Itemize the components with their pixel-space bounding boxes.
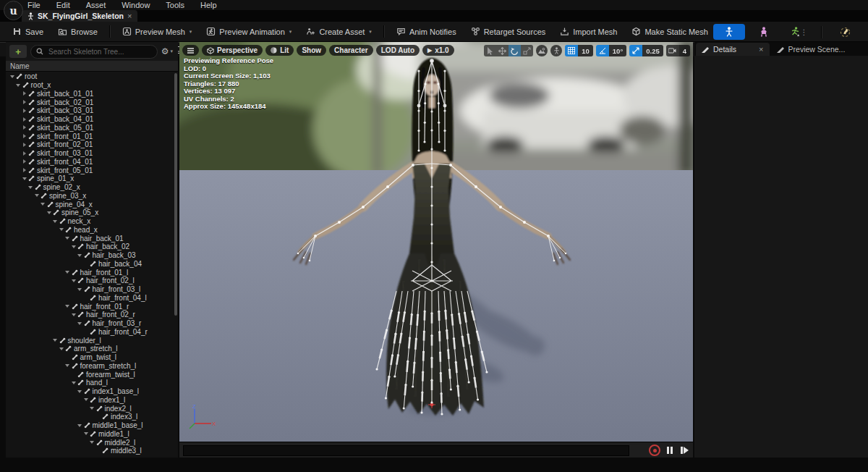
- preview-character-icon[interactable]: [550, 45, 562, 56]
- skeleton-tree-row[interactable]: skirt_front_02_01: [6, 140, 178, 149]
- skeleton-tree-row[interactable]: middle2_l: [6, 438, 178, 447]
- expander-arrow-icon[interactable]: [40, 203, 46, 206]
- angle-snap-control[interactable]: 10°: [596, 45, 626, 56]
- expander-arrow-icon[interactable]: [27, 186, 34, 189]
- expander-arrow-icon[interactable]: [21, 159, 27, 164]
- grid-snap-value[interactable]: 10: [578, 45, 593, 56]
- expander-arrow-icon[interactable]: [89, 407, 95, 410]
- step-forward-button[interactable]: [681, 447, 689, 454]
- create-asset-button[interactable]: Create Asset▾: [299, 24, 378, 40]
- mesh-editor-button[interactable]: [748, 24, 780, 40]
- anim-notifies-button[interactable]: Anim Notifies: [390, 24, 463, 40]
- expander-arrow-icon[interactable]: [21, 177, 27, 180]
- skeleton-tree-row[interactable]: hair_front_02_l: [6, 277, 178, 285]
- skeleton-tree-row[interactable]: index3_l: [6, 413, 178, 421]
- skeleton-tree-row[interactable]: skirt_back_05_01: [6, 124, 178, 132]
- expander-arrow-icon[interactable]: [21, 151, 27, 156]
- import-mesh-button[interactable]: Import Mesh: [553, 24, 624, 40]
- pause-button[interactable]: [667, 444, 674, 457]
- expander-arrow-icon[interactable]: [33, 194, 40, 197]
- expander-arrow-icon[interactable]: [9, 75, 15, 78]
- camera-focus-icon[interactable]: [536, 45, 548, 56]
- tab-close-icon[interactable]: ×: [127, 12, 132, 20]
- physics-editor-button[interactable]: [829, 24, 861, 40]
- skeleton-tree-row[interactable]: shoulder_l: [6, 336, 178, 345]
- name-column-header[interactable]: Name: [6, 61, 178, 72]
- preview-mesh-button[interactable]: Preview Mesh▾: [116, 24, 199, 40]
- skeleton-tree-row[interactable]: head_x: [6, 226, 178, 235]
- skeleton-tree-row[interactable]: skirt_back_01_01: [6, 90, 178, 98]
- skeleton-tree-row[interactable]: middle1_base_l: [6, 421, 178, 430]
- move-tool-icon[interactable]: [496, 45, 509, 56]
- skeleton-tree-row[interactable]: neck_x: [6, 217, 178, 226]
- skeleton-tree-row[interactable]: hair_back_04: [6, 260, 178, 269]
- play-speed-button[interactable]: ▶ x1.0: [422, 45, 454, 56]
- skeleton-tree-row[interactable]: index2_l: [6, 404, 178, 413]
- scale-tool-icon[interactable]: [521, 45, 533, 56]
- grid-snap-control[interactable]: 10: [565, 45, 593, 56]
- tab-details[interactable]: Details ×: [696, 43, 770, 56]
- expander-arrow-icon[interactable]: [21, 109, 27, 113]
- expander-arrow-icon[interactable]: [52, 339, 59, 342]
- tab-preview-scene[interactable]: Preview Scene...: [771, 43, 851, 56]
- skeleton-tree-row[interactable]: spine_04_x: [6, 200, 178, 208]
- viewport-menu-button[interactable]: [182, 45, 199, 56]
- skeleton-tree-row[interactable]: arm_twist_l: [6, 353, 178, 362]
- skeleton-tree-row[interactable]: hair_front_04_r: [6, 328, 178, 337]
- scale-snap-control[interactable]: 0.25: [629, 45, 663, 56]
- skeleton-tree-row[interactable]: hair_back_01: [6, 234, 178, 243]
- menu-item[interactable]: Tools: [166, 1, 184, 9]
- retarget-sources-button[interactable]: Retarget Sources: [464, 24, 553, 40]
- expander-arrow-icon[interactable]: [52, 220, 59, 223]
- skeleton-tree-row[interactable]: hair_front_03_l: [6, 285, 178, 294]
- expander-arrow-icon[interactable]: [21, 91, 27, 96]
- menu-item[interactable]: File: [27, 1, 41, 9]
- add-bone-button[interactable]: +: [9, 45, 27, 58]
- skeleton-tree-row[interactable]: middle1_l: [6, 430, 178, 439]
- expander-arrow-icon[interactable]: [70, 382, 77, 384]
- skeleton-tree-row[interactable]: middle3_l: [6, 447, 178, 455]
- skeleton-tree-row[interactable]: skirt_back_04_01: [6, 115, 178, 124]
- skeleton-tree-row[interactable]: hair_front_01_l: [6, 268, 178, 277]
- expander-arrow-icon[interactable]: [58, 347, 64, 350]
- search-box[interactable]: [30, 45, 158, 59]
- grid-snap-icon[interactable]: [565, 45, 578, 56]
- expander-arrow-icon[interactable]: [64, 364, 71, 367]
- expander-arrow-icon[interactable]: [77, 424, 83, 427]
- skeleton-tree-row[interactable]: root_x: [6, 81, 178, 90]
- 3d-viewport[interactable]: Perspective Lit Show Character LOD Auto …: [179, 42, 693, 458]
- expander-arrow-icon[interactable]: [21, 134, 27, 138]
- skeleton-tree-row[interactable]: hand_l: [6, 379, 178, 387]
- skeleton-tree-row[interactable]: hair_front_04_l: [6, 294, 178, 303]
- skeleton-tree-row[interactable]: spine_05_x: [6, 208, 178, 217]
- expander-arrow-icon[interactable]: [82, 432, 89, 435]
- skeleton-tree-row[interactable]: index1_base_l: [6, 387, 178, 396]
- skeleton-tree-row[interactable]: spine_03_x: [6, 192, 178, 201]
- menu-item[interactable]: Edit: [56, 1, 70, 9]
- angle-snap-icon[interactable]: [596, 45, 609, 56]
- lit-button[interactable]: Lit: [265, 45, 294, 56]
- tree-scrollbar[interactable]: [174, 73, 177, 316]
- perspective-button[interactable]: Perspective: [202, 45, 263, 56]
- skeleton-tree-row[interactable]: hair_back_02: [6, 243, 178, 251]
- preview-animation-button[interactable]: Preview Animation▾: [200, 24, 298, 40]
- skeleton-tree-row[interactable]: skirt_front_05_01: [6, 166, 178, 174]
- scale-snap-icon[interactable]: [629, 45, 642, 56]
- expander-arrow-icon[interactable]: [82, 398, 89, 401]
- skeleton-tree-row[interactable]: skirt_front_04_01: [6, 158, 178, 167]
- menu-item[interactable]: Asset: [86, 1, 106, 9]
- search-input[interactable]: [47, 47, 152, 56]
- more-options-icon[interactable]: ⋮: [801, 28, 808, 36]
- expander-arrow-icon[interactable]: [89, 441, 95, 444]
- skeleton-tree-row[interactable]: skirt_front_01_01: [6, 132, 178, 140]
- make-static-mesh-button[interactable]: Make Static Mesh: [625, 24, 714, 40]
- skeleton-tree-row[interactable]: skirt_back_02_01: [6, 98, 178, 106]
- menu-item[interactable]: Help: [200, 1, 217, 9]
- select-tool-icon[interactable]: [484, 45, 496, 56]
- skeleton-tree-row[interactable]: hair_front_02_r: [6, 311, 178, 319]
- skeleton-tree-row[interactable]: hair_back_03: [6, 251, 178, 260]
- skeleton-tree-row[interactable]: forearm_stretch_l: [6, 362, 178, 371]
- asset-tab[interactable]: SK_FlyingGirl_Skeleton ×: [22, 10, 137, 22]
- expander-arrow-icon[interactable]: [21, 168, 27, 172]
- record-button[interactable]: [649, 444, 660, 456]
